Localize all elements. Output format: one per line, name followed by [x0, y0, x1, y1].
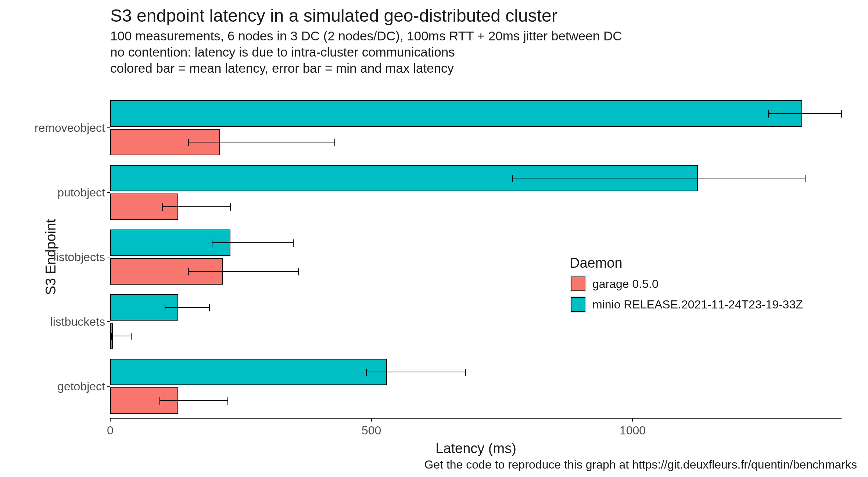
x-tick-label: 1000	[620, 424, 646, 437]
error-cap	[366, 369, 367, 376]
x-tick-mark	[371, 419, 372, 422]
x-axis-line	[110, 418, 842, 419]
error-bar	[212, 242, 293, 243]
y-tick-label: putobject	[57, 186, 105, 199]
x-axis-title: Latency (ms)	[435, 441, 516, 456]
legend-swatch	[570, 275, 587, 292]
error-bar	[111, 336, 131, 336]
error-bar	[165, 307, 209, 308]
legend-item-garage: garage 0.5.0	[570, 275, 803, 292]
error-cap	[162, 203, 163, 211]
y-tick-mark	[107, 127, 110, 128]
legend: Daemon garage 0.5.0 minio RELEASE.2021-1…	[570, 255, 803, 313]
y-tick-label: listobjects	[54, 250, 105, 264]
error-cap	[212, 239, 212, 247]
error-bar	[189, 271, 298, 272]
y-tick-mark	[107, 257, 110, 257]
error-cap	[188, 268, 189, 275]
y-tick-label: removeobject	[35, 121, 105, 135]
error-cap	[165, 304, 165, 311]
error-cap	[131, 333, 132, 340]
legend-label: garage 0.5.0	[592, 277, 659, 291]
y-tick-mark	[107, 192, 110, 193]
error-bar	[160, 400, 228, 401]
legend-label: minio RELEASE.2021-11-24T23-19-33Z	[592, 298, 803, 311]
x-tick-mark	[110, 419, 111, 422]
x-tick-label: 500	[362, 424, 381, 437]
legend-title: Daemon	[570, 255, 803, 271]
error-cap	[188, 139, 189, 146]
error-cap	[209, 304, 210, 311]
x-tick-mark	[632, 419, 633, 422]
error-bar	[513, 178, 805, 178]
chart-subtitle-line1: 100 measurements, 6 nodes in 3 DC (2 nod…	[110, 28, 622, 44]
bar-minio	[110, 359, 387, 385]
y-tick-label: getobject	[57, 380, 105, 393]
x-tick-label: 0	[107, 424, 114, 437]
error-bar	[189, 142, 335, 142]
error-cap	[334, 139, 335, 146]
error-cap	[841, 110, 842, 118]
legend-swatch	[570, 296, 587, 313]
error-cap	[230, 203, 231, 211]
chart-caption: Get the code to reproduce this graph at …	[424, 458, 857, 471]
error-bar	[366, 372, 466, 372]
error-cap	[512, 175, 513, 182]
error-cap	[768, 110, 769, 118]
error-cap	[293, 239, 294, 247]
chart-titles: S3 endpoint latency in a simulated geo-d…	[110, 6, 622, 76]
y-tick-label: listbuckets	[50, 315, 105, 329]
error-cap	[227, 397, 228, 405]
legend-color-garage	[571, 277, 585, 291]
error-cap	[805, 175, 806, 182]
error-bar	[162, 206, 230, 207]
y-tick-mark	[107, 321, 110, 322]
chart-subtitle-line2: no contention: latency is due to intra-c…	[110, 44, 622, 60]
chart-subtitle-line3: colored bar = mean latency, error bar = …	[110, 60, 622, 76]
error-cap	[111, 333, 112, 340]
error-cap	[298, 268, 299, 275]
chart-container: S3 endpoint latency in a simulated geo-d…	[0, 0, 868, 477]
y-tick-mark	[107, 386, 110, 387]
legend-item-minio: minio RELEASE.2021-11-24T23-19-33Z	[570, 296, 803, 313]
error-bar	[768, 113, 842, 114]
chart-title: S3 endpoint latency in a simulated geo-d…	[110, 6, 622, 26]
bar-minio	[110, 100, 802, 127]
error-cap	[159, 397, 160, 405]
legend-color-minio	[571, 297, 585, 312]
error-cap	[465, 369, 466, 376]
